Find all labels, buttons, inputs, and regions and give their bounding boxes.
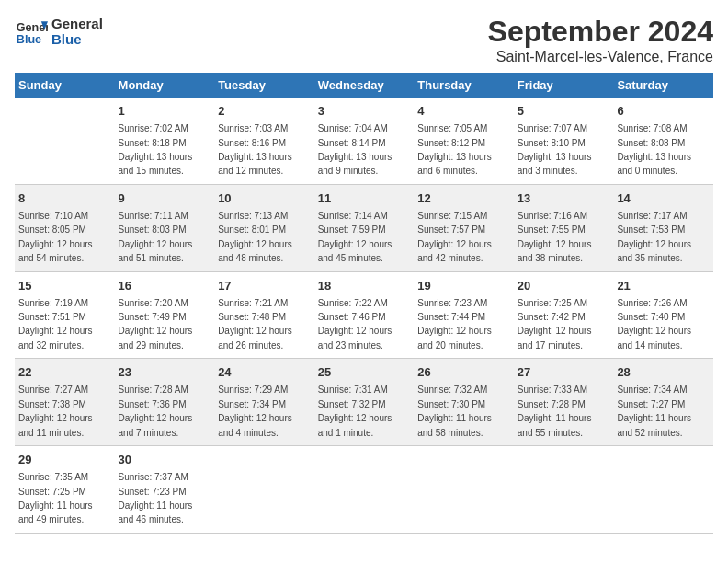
day-info: Sunrise: 7:14 AM Sunset: 7:59 PM Dayligh… bbox=[318, 211, 392, 263]
calendar-cell: 9Sunrise: 7:11 AM Sunset: 8:03 PM Daylig… bbox=[115, 184, 215, 271]
calendar-cell: 2Sunrise: 7:03 AM Sunset: 8:16 PM Daylig… bbox=[214, 98, 314, 184]
calendar-cell: 21Sunrise: 7:26 AM Sunset: 7:40 PM Dayli… bbox=[613, 271, 713, 359]
day-number: 20 bbox=[518, 278, 610, 294]
day-info: Sunrise: 7:07 AM Sunset: 8:10 PM Dayligh… bbox=[518, 123, 592, 176]
day-number: 6 bbox=[617, 103, 710, 120]
svg-text:Blue: Blue bbox=[17, 33, 41, 46]
week-row-4: 22Sunrise: 7:27 AM Sunset: 7:38 PM Dayli… bbox=[15, 359, 713, 446]
day-info: Sunrise: 7:31 AM Sunset: 7:32 PM Dayligh… bbox=[318, 385, 392, 437]
calendar-cell: 12Sunrise: 7:15 AM Sunset: 7:57 PM Dayli… bbox=[414, 184, 514, 271]
day-number: 28 bbox=[617, 364, 710, 381]
day-number: 17 bbox=[218, 278, 311, 294]
day-number: 14 bbox=[617, 190, 710, 207]
calendar-cell: 6Sunrise: 7:08 AM Sunset: 8:08 PM Daylig… bbox=[613, 98, 713, 184]
day-info: Sunrise: 7:34 AM Sunset: 7:27 PM Dayligh… bbox=[617, 385, 691, 437]
day-number: 22 bbox=[18, 364, 111, 381]
day-info: Sunrise: 7:23 AM Sunset: 7:44 PM Dayligh… bbox=[417, 298, 492, 350]
day-number: 18 bbox=[318, 278, 411, 294]
calendar-cell: 15Sunrise: 7:19 AM Sunset: 7:51 PM Dayli… bbox=[15, 271, 115, 359]
day-number: 26 bbox=[417, 364, 510, 381]
day-number: 23 bbox=[119, 364, 211, 381]
day-info: Sunrise: 7:29 AM Sunset: 7:34 PM Dayligh… bbox=[218, 385, 292, 437]
day-info: Sunrise: 7:28 AM Sunset: 7:36 PM Dayligh… bbox=[119, 385, 193, 437]
week-row-3: 15Sunrise: 7:19 AM Sunset: 7:51 PM Dayli… bbox=[15, 271, 713, 359]
logo: General Blue General Blue bbox=[15, 15, 103, 48]
day-info: Sunrise: 7:26 AM Sunset: 7:40 PM Dayligh… bbox=[617, 298, 691, 350]
logo-general: General bbox=[51, 16, 103, 31]
day-number: 2 bbox=[218, 103, 311, 120]
calendar-cell bbox=[15, 98, 115, 184]
day-info: Sunrise: 7:13 AM Sunset: 8:01 PM Dayligh… bbox=[218, 211, 292, 263]
day-number: 15 bbox=[18, 278, 111, 294]
col-header-saturday: Saturday bbox=[613, 73, 713, 98]
calendar-cell: 10Sunrise: 7:13 AM Sunset: 8:01 PM Dayli… bbox=[214, 184, 314, 271]
week-row-2: 8Sunrise: 7:10 AM Sunset: 8:05 PM Daylig… bbox=[15, 184, 713, 271]
day-info: Sunrise: 7:16 AM Sunset: 7:55 PM Dayligh… bbox=[518, 211, 592, 263]
calendar-cell: 25Sunrise: 7:31 AM Sunset: 7:32 PM Dayli… bbox=[314, 359, 415, 446]
calendar-cell: 17Sunrise: 7:21 AM Sunset: 7:48 PM Dayli… bbox=[214, 271, 314, 359]
page-title: September 2024 bbox=[488, 15, 713, 49]
calendar-cell: 24Sunrise: 7:29 AM Sunset: 7:34 PM Dayli… bbox=[214, 359, 314, 446]
calendar-cell: 11Sunrise: 7:14 AM Sunset: 7:59 PM Dayli… bbox=[314, 184, 415, 271]
col-header-tuesday: Tuesday bbox=[214, 73, 314, 98]
day-number: 11 bbox=[318, 190, 411, 207]
calendar-cell: 14Sunrise: 7:17 AM Sunset: 7:53 PM Dayli… bbox=[613, 184, 713, 271]
calendar-cell bbox=[414, 446, 514, 534]
col-header-wednesday: Wednesday bbox=[314, 73, 415, 98]
week-row-1: 1Sunrise: 7:02 AM Sunset: 8:18 PM Daylig… bbox=[15, 98, 713, 184]
day-info: Sunrise: 7:21 AM Sunset: 7:48 PM Dayligh… bbox=[218, 298, 292, 350]
col-header-monday: Monday bbox=[115, 73, 215, 98]
day-info: Sunrise: 7:08 AM Sunset: 8:08 PM Dayligh… bbox=[617, 123, 691, 176]
day-info: Sunrise: 7:11 AM Sunset: 8:03 PM Dayligh… bbox=[119, 211, 193, 263]
calendar-cell: 13Sunrise: 7:16 AM Sunset: 7:55 PM Dayli… bbox=[514, 184, 614, 271]
day-info: Sunrise: 7:27 AM Sunset: 7:38 PM Dayligh… bbox=[18, 385, 93, 437]
day-info: Sunrise: 7:04 AM Sunset: 8:14 PM Dayligh… bbox=[318, 123, 392, 176]
day-info: Sunrise: 7:10 AM Sunset: 8:05 PM Dayligh… bbox=[18, 211, 93, 263]
day-number: 12 bbox=[417, 190, 510, 207]
calendar-cell: 27Sunrise: 7:33 AM Sunset: 7:28 PM Dayli… bbox=[514, 359, 614, 446]
day-number: 13 bbox=[518, 190, 610, 207]
page-header: General Blue General Blue September 2024… bbox=[15, 15, 713, 65]
day-number: 19 bbox=[417, 278, 510, 294]
day-info: Sunrise: 7:17 AM Sunset: 7:53 PM Dayligh… bbox=[617, 211, 691, 263]
calendar-cell: 1Sunrise: 7:02 AM Sunset: 8:18 PM Daylig… bbox=[115, 98, 215, 184]
day-number: 3 bbox=[318, 103, 411, 120]
week-row-5: 29Sunrise: 7:35 AM Sunset: 7:25 PM Dayli… bbox=[15, 446, 713, 534]
logo-blue: Blue bbox=[51, 31, 103, 47]
day-number: 10 bbox=[218, 190, 311, 207]
calendar-header-row: SundayMondayTuesdayWednesdayThursdayFrid… bbox=[15, 73, 713, 98]
col-header-thursday: Thursday bbox=[414, 73, 514, 98]
day-number: 21 bbox=[617, 278, 710, 294]
day-number: 24 bbox=[218, 364, 311, 381]
calendar-cell: 29Sunrise: 7:35 AM Sunset: 7:25 PM Dayli… bbox=[15, 446, 115, 534]
calendar-cell: 19Sunrise: 7:23 AM Sunset: 7:44 PM Dayli… bbox=[414, 271, 514, 359]
col-header-friday: Friday bbox=[514, 73, 614, 98]
day-number: 5 bbox=[518, 103, 610, 120]
day-info: Sunrise: 7:20 AM Sunset: 7:49 PM Dayligh… bbox=[119, 298, 193, 350]
day-info: Sunrise: 7:32 AM Sunset: 7:30 PM Dayligh… bbox=[417, 385, 492, 437]
calendar-cell: 3Sunrise: 7:04 AM Sunset: 8:14 PM Daylig… bbox=[314, 98, 415, 184]
calendar-cell: 30Sunrise: 7:37 AM Sunset: 7:23 PM Dayli… bbox=[115, 446, 215, 534]
day-number: 16 bbox=[119, 278, 211, 294]
title-block: September 2024 Saint-Marcel-les-Valence,… bbox=[488, 15, 713, 65]
calendar-cell: 28Sunrise: 7:34 AM Sunset: 7:27 PM Dayli… bbox=[613, 359, 713, 446]
day-info: Sunrise: 7:15 AM Sunset: 7:57 PM Dayligh… bbox=[417, 211, 492, 263]
col-header-sunday: Sunday bbox=[15, 73, 115, 98]
calendar-cell: 20Sunrise: 7:25 AM Sunset: 7:42 PM Dayli… bbox=[514, 271, 614, 359]
day-info: Sunrise: 7:03 AM Sunset: 8:16 PM Dayligh… bbox=[218, 123, 292, 176]
calendar-cell: 4Sunrise: 7:05 AM Sunset: 8:12 PM Daylig… bbox=[414, 98, 514, 184]
logo-icon: General Blue bbox=[15, 15, 48, 48]
calendar-table: SundayMondayTuesdayWednesdayThursdayFrid… bbox=[15, 73, 713, 534]
day-number: 29 bbox=[18, 452, 111, 468]
day-info: Sunrise: 7:37 AM Sunset: 7:23 PM Dayligh… bbox=[119, 472, 193, 524]
calendar-cell bbox=[613, 446, 713, 534]
day-number: 4 bbox=[417, 103, 510, 120]
calendar-cell: 5Sunrise: 7:07 AM Sunset: 8:10 PM Daylig… bbox=[514, 98, 614, 184]
calendar-cell: 23Sunrise: 7:28 AM Sunset: 7:36 PM Dayli… bbox=[115, 359, 215, 446]
day-info: Sunrise: 7:33 AM Sunset: 7:28 PM Dayligh… bbox=[518, 385, 592, 437]
day-number: 1 bbox=[119, 103, 211, 120]
calendar-cell: 26Sunrise: 7:32 AM Sunset: 7:30 PM Dayli… bbox=[414, 359, 514, 446]
calendar-cell bbox=[214, 446, 314, 534]
day-info: Sunrise: 7:35 AM Sunset: 7:25 PM Dayligh… bbox=[18, 472, 93, 524]
day-number: 27 bbox=[518, 364, 610, 381]
